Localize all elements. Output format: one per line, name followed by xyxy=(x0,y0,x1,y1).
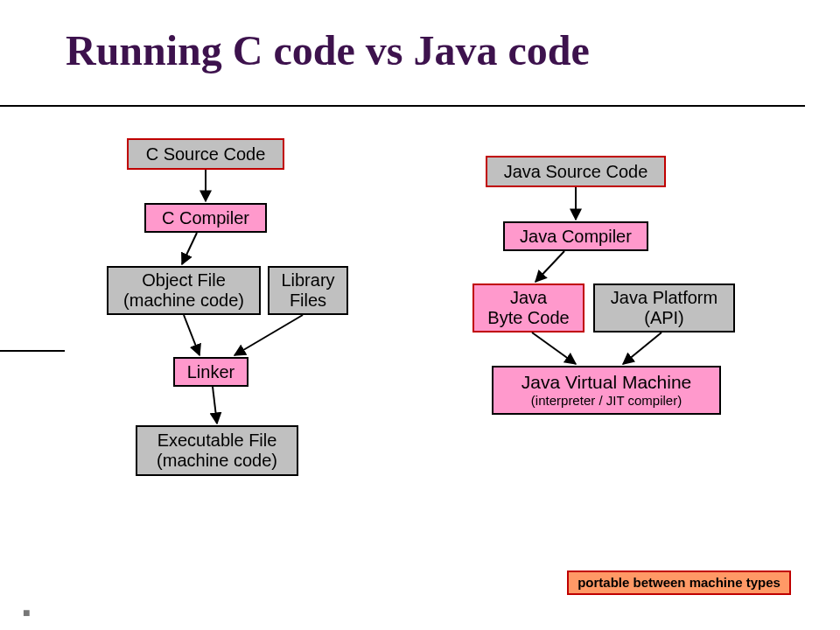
label-line1: Executable File xyxy=(158,430,277,451)
label-line1: Library xyxy=(281,270,334,290)
box-java-compiler: Java Compiler xyxy=(503,221,648,251)
label-line2: (API) xyxy=(644,308,684,328)
label-line2: (machine code) xyxy=(157,451,277,471)
title-block: Running C code vs Java code xyxy=(66,26,805,74)
label-line1: Java Platform xyxy=(611,288,718,308)
slide: Running C code vs Java code C Source Cod… xyxy=(0,0,840,630)
box-library-files: Library Files xyxy=(268,266,348,315)
box-c-compiler: C Compiler xyxy=(144,203,267,233)
label: Java Compiler xyxy=(520,227,632,247)
svg-line-3 xyxy=(234,315,303,355)
title-underline xyxy=(0,105,805,107)
svg-line-4 xyxy=(213,387,217,424)
svg-line-1 xyxy=(182,233,197,264)
box-java-platform: Java Platform (API) xyxy=(593,284,735,332)
note-portable: portable between machine types xyxy=(567,570,791,595)
label-line2: (interpreter / JIT compiler) xyxy=(531,393,682,408)
label: Linker xyxy=(187,362,234,382)
label: Java Source Code xyxy=(504,162,648,182)
label: C Source Code xyxy=(146,144,266,164)
box-executable: Executable File (machine code) xyxy=(136,425,298,476)
box-c-source: C Source Code xyxy=(127,138,284,170)
box-java-source: Java Source Code xyxy=(486,156,666,187)
svg-line-8 xyxy=(623,332,662,364)
label-line2: Files xyxy=(290,290,326,311)
label: C Compiler xyxy=(162,208,249,228)
box-object-file: Object File (machine code) xyxy=(107,266,261,315)
label-line1: Java Virtual Machine xyxy=(522,372,692,393)
box-byte-code: Java Byte Code xyxy=(472,284,584,332)
label: portable between machine types xyxy=(578,575,780,590)
label-line2: Byte Code xyxy=(487,308,569,328)
bullet-icon: ■ xyxy=(23,606,30,620)
label-line1: Object File xyxy=(142,270,226,290)
label-line1: Java xyxy=(510,288,547,308)
svg-line-7 xyxy=(532,332,576,364)
svg-line-6 xyxy=(536,251,564,282)
label-line2: (machine code) xyxy=(123,290,244,311)
svg-line-2 xyxy=(184,315,200,355)
page-title: Running C code vs Java code xyxy=(66,26,805,74)
box-jvm: Java Virtual Machine (interpreter / JIT … xyxy=(492,366,721,415)
box-linker: Linker xyxy=(173,357,248,387)
side-rule xyxy=(0,350,65,352)
